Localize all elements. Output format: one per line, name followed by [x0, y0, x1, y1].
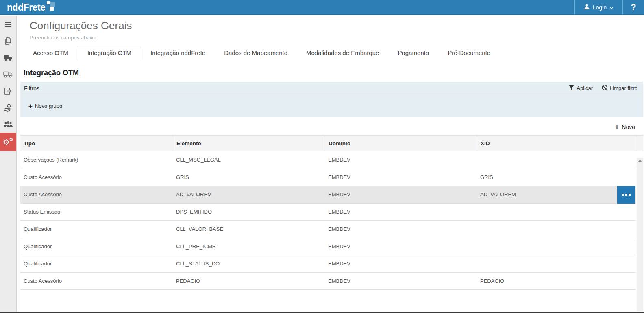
- help-button[interactable]: ?: [623, 0, 644, 14]
- cell-elemento: CLL_VALOR_BASE: [173, 226, 325, 232]
- data-table: Tipo Elemento Domínio XID Observações (R…: [20, 135, 643, 290]
- user-icon: [584, 4, 590, 11]
- cell-dominio: EMBDEV: [325, 260, 477, 267]
- clear-filter-button[interactable]: Limpar filtro: [602, 85, 637, 92]
- login-button[interactable]: Login: [575, 0, 622, 14]
- tab-dados-de-mapeamento[interactable]: Dados de Mapeamento: [215, 46, 297, 59]
- main-content: Configurações Gerais Preencha os campos …: [17, 16, 644, 313]
- cell-xid: AD_VALOREM: [477, 191, 636, 197]
- column-header-elemento[interactable]: Elemento: [173, 136, 325, 151]
- sidebar: ⚙⚙: [0, 16, 17, 313]
- page-subtitle: Preencha os campos abaixo: [30, 35, 643, 41]
- table-row[interactable]: Custo Acessório GRIS EMBDEV GRIS: [20, 169, 636, 186]
- table-row[interactable]: Qualificador CLL_PRE_ICMS EMBDEV: [20, 238, 636, 256]
- document-export-icon: [4, 88, 12, 95]
- plus-icon: +: [28, 103, 33, 109]
- column-header-xid[interactable]: XID: [477, 136, 636, 151]
- sidebar-item-truck[interactable]: [0, 49, 16, 66]
- cell-tipo: Qualificador: [20, 260, 173, 267]
- sidebar-item-payment[interactable]: [0, 99, 16, 116]
- tab-acesso-otm[interactable]: Acesso OTM: [24, 46, 78, 59]
- table-row[interactable]: Qualificador CLL_VALOR_BASE EMBDEV: [20, 221, 636, 238]
- cell-dominio: EMBDEV: [325, 209, 477, 215]
- scroll-up-arrow-icon[interactable]: [638, 160, 642, 162]
- sidebar-item-users[interactable]: [0, 116, 16, 133]
- page-header: Configurações Gerais Preencha os campos …: [20, 16, 643, 41]
- cell-dominio: EMBDEV: [325, 157, 477, 163]
- new-group-label: Novo grupo: [35, 103, 62, 109]
- cell-elemento: AD_VALOREM: [173, 191, 325, 197]
- cell-elemento: CLL_STATUS_DO: [173, 260, 325, 267]
- ellipsis-icon: [622, 194, 624, 196]
- sidebar-item-export[interactable]: [0, 83, 16, 99]
- sidebar-item-delivery[interactable]: [0, 66, 16, 83]
- new-record-button[interactable]: + Novo: [615, 123, 635, 130]
- gears-settings-icon: ⚙⚙: [3, 137, 13, 147]
- table-row[interactable]: Qualificador CLL_STATUS_DO EMBDEV: [20, 255, 636, 273]
- apply-filter-button[interactable]: Aplicar: [569, 85, 593, 92]
- new-group-button[interactable]: + Novo grupo: [28, 103, 62, 109]
- page-title: Configurações Gerais: [30, 20, 643, 32]
- table-row[interactable]: Status Emissão DPS_EMITIDO EMBDEV: [20, 204, 636, 221]
- table-row[interactable]: Observações (Remark) CLL_MSG_LEGAL EMBDE…: [20, 151, 636, 169]
- tab-integracao-nddfrete[interactable]: Integração nddFrete: [141, 46, 215, 59]
- cell-xid: PEDAGIO: [477, 278, 636, 284]
- users-group-icon: [3, 121, 13, 128]
- cell-tipo: Custo Acessório: [20, 191, 173, 197]
- cell-dominio: EMBDEV: [325, 243, 477, 250]
- row-actions-button[interactable]: [617, 186, 635, 204]
- cell-elemento: GRIS: [173, 174, 325, 180]
- slash-circle-icon: [602, 85, 607, 92]
- apply-filter-label: Aplicar: [577, 85, 593, 91]
- sidebar-item-settings[interactable]: ⚙⚙: [0, 133, 16, 151]
- cell-tipo: Custo Acessório: [20, 174, 173, 180]
- truck-icon: [4, 55, 13, 61]
- tab-pre-documento[interactable]: Pré-Documento: [438, 46, 500, 59]
- table-header-row: Tipo Elemento Domínio XID: [20, 135, 643, 151]
- ellipsis-icon: [629, 194, 631, 196]
- cell-dominio: EMBDEV: [325, 278, 477, 284]
- column-header-tipo[interactable]: Tipo: [20, 136, 173, 151]
- cell-tipo: Qualificador: [20, 226, 173, 232]
- cell-elemento: DPS_EMITIDO: [173, 209, 325, 215]
- filter-title: Filtros: [24, 85, 39, 92]
- sidebar-item-documents[interactable]: [0, 33, 16, 49]
- sidebar-item-menu[interactable]: [0, 16, 16, 33]
- cell-tipo: Status Emissão: [20, 209, 173, 215]
- vertical-scrollbar[interactable]: [637, 158, 643, 311]
- hamburger-menu-icon: [4, 22, 12, 27]
- tab-modalidades-de-embarque[interactable]: Modalidades de Embarque: [297, 46, 388, 59]
- ellipsis-icon: [625, 194, 627, 196]
- table-row-selected[interactable]: Custo Acessório AD_VALOREM EMBDEV AD_VAL…: [20, 186, 636, 204]
- section-title: Integração OTM: [24, 69, 643, 77]
- app-logo[interactable]: nddFrete: [7, 1, 56, 13]
- header-spacer: [636, 136, 643, 151]
- tab-integracao-otm[interactable]: Integração OTM: [78, 46, 141, 61]
- documents-copy-icon: [4, 37, 12, 45]
- hand-coin-icon: [4, 104, 13, 112]
- filter-panel: Filtros Aplicar Limpar filtro +: [20, 82, 643, 117]
- cell-dominio: EMBDEV: [325, 191, 477, 197]
- funnel-filter-icon: [569, 85, 574, 92]
- cell-tipo: Observações (Remark): [20, 157, 173, 163]
- logo-squares-icon: [46, 1, 56, 12]
- filter-body: + Novo grupo: [20, 94, 643, 117]
- cell-tipo: Custo Acessório: [20, 278, 173, 284]
- column-header-dominio[interactable]: Domínio: [325, 136, 477, 151]
- tab-pagamento[interactable]: Pagamento: [388, 46, 438, 59]
- table-row[interactable]: Custo Acessório PEDAGIO EMBDEV PEDAGIO: [20, 273, 636, 290]
- new-record-label: Novo: [622, 124, 635, 130]
- plus-icon: +: [615, 123, 619, 130]
- logo-text: nddFrete: [7, 1, 45, 13]
- table-toolbar: + Novo: [20, 117, 643, 135]
- cell-elemento: CLL_MSG_LEGAL: [173, 157, 325, 163]
- cell-tipo: Qualificador: [20, 243, 173, 250]
- filter-header: Filtros Aplicar Limpar filtro: [20, 82, 643, 94]
- table-body: Observações (Remark) CLL_MSG_LEGAL EMBDE…: [20, 151, 636, 290]
- delivery-truck-outline-icon: [3, 71, 13, 78]
- cell-elemento: CLL_PRE_ICMS: [173, 243, 325, 250]
- login-label: Login: [593, 4, 607, 11]
- tab-bar: Acesso OTM Integração OTM Integração ndd…: [24, 46, 643, 60]
- cell-elemento: PEDAGIO: [173, 278, 325, 284]
- help-question-icon: ?: [631, 2, 636, 13]
